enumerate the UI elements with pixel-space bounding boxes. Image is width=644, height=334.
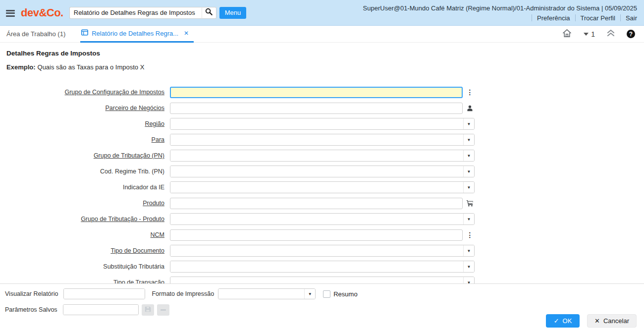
example-text: Quais são as Taxas para o Imposto X	[38, 63, 145, 71]
substituicao-tributaria-label: Substituição Tributária	[6, 263, 170, 270]
print-format-input[interactable]	[218, 289, 304, 299]
product-icon[interactable]	[466, 200, 474, 207]
para-combobox[interactable]: ▼	[170, 134, 475, 146]
collapse-all-icon[interactable]	[607, 29, 615, 39]
kebab-icon[interactable]: ⋮	[466, 89, 474, 96]
dropdown-arrow-icon[interactable]: ▼	[463, 182, 474, 193]
dropdown-arrow-icon[interactable]: ▼	[463, 150, 474, 161]
ok-button[interactable]: ✓ OK	[546, 314, 580, 328]
regiao-input[interactable]	[170, 118, 463, 129]
grupo-de-tributacao-produto-combobox[interactable]: ▼	[170, 213, 475, 225]
view-report-combobox[interactable]: ▼	[63, 288, 145, 299]
grupo-de-configuracao-de-impostos-input[interactable]	[170, 87, 463, 98]
search-input[interactable]	[69, 7, 202, 19]
field-row: Região ▼	[6, 116, 644, 132]
tab-bar: Área de Trabalho (1) Relatório de Detalh…	[0, 26, 644, 43]
parceiro-de-negocios-label: Parceiro de Negócios	[6, 105, 170, 111]
indicador-da-ie-input[interactable]	[170, 182, 463, 193]
dialog-example: Exemplo:Quais são as Taxas para o Impost…	[6, 63, 644, 71]
chevron-down-icon	[584, 33, 589, 36]
parameter-fields: Grupo de Configuração de Impostos ⋮ Parc…	[6, 84, 644, 290]
search-button[interactable]	[202, 7, 216, 19]
tipo-de-documento-combobox[interactable]: ▼	[170, 245, 475, 257]
saved-params-label: Parâmetros Salvos	[5, 306, 57, 313]
tab-workspace[interactable]: Área de Trabalho (1)	[6, 30, 65, 38]
tipo-de-documento-input[interactable]	[170, 245, 463, 256]
save-parameters-button[interactable]	[142, 304, 154, 316]
summary-label: Resumo	[333, 290, 357, 298]
view-report-label: Visualizar Relatório	[5, 290, 58, 297]
field-row: Substituição Tributária ▼	[6, 259, 644, 275]
x-icon: ✕	[594, 317, 600, 325]
dropdown-arrow-icon[interactable]: ▼	[463, 261, 474, 272]
grupo-de-tributacao-pn-input[interactable]	[170, 150, 463, 161]
field-row: Grupo de Tributação - Produto ▼	[6, 211, 644, 227]
regiao-combobox[interactable]: ▼	[170, 118, 475, 130]
dialog-title: Detalhes Regras de Impostos	[6, 50, 644, 57]
menu-button[interactable]: Menu	[219, 7, 247, 19]
indicador-da-ie-label: Indicador da IE	[6, 184, 170, 191]
grupo-de-tributacao-pn-combobox[interactable]: ▼	[170, 150, 475, 162]
dropdown-arrow-icon[interactable]: ▼	[463, 134, 474, 145]
field-control: ▼	[170, 166, 481, 177]
home-icon[interactable]	[562, 29, 572, 40]
field-control: ⋮	[170, 87, 481, 98]
regiao-label: Região	[6, 120, 170, 127]
substituicao-tributaria-combobox[interactable]: ▼	[170, 261, 475, 273]
global-search	[69, 7, 216, 19]
produto-input[interactable]	[170, 198, 463, 209]
grupo-de-configuracao-de-impostos-label: Grupo de Configuração de Impostos	[6, 89, 170, 96]
search-icon	[205, 8, 213, 17]
tab-report-active[interactable]: Relatório de Detalhes Regra... ✕	[80, 26, 194, 43]
indicador-da-ie-combobox[interactable]: ▼	[170, 181, 475, 193]
help-icon[interactable]: ?	[627, 30, 635, 38]
print-format-combobox[interactable]: ▼	[218, 288, 316, 299]
dropdown-arrow-icon[interactable]: ▼	[463, 214, 474, 224]
field-control: ▼	[170, 134, 481, 146]
field-row: Produto	[6, 195, 644, 211]
ncm-input[interactable]	[170, 229, 463, 241]
dropdown-arrow-icon[interactable]: ▼	[304, 289, 315, 299]
delete-parameters-button[interactable]	[157, 304, 169, 316]
dropdown-arrow-icon[interactable]: ▼	[463, 166, 474, 177]
app-logo: dev&Co.	[21, 6, 63, 19]
saved-params-input[interactable]	[63, 305, 139, 315]
cancel-button[interactable]: ✕ Cancelar	[587, 314, 637, 328]
summary-checkbox[interactable]	[323, 290, 330, 298]
para-input[interactable]	[170, 134, 463, 145]
business-partner-icon[interactable]	[466, 105, 474, 111]
saved-params-combobox[interactable]: ▼	[63, 304, 139, 315]
grupo-de-tributacao-produto-label: Grupo de Tributação - Produto	[6, 216, 170, 223]
field-row: Tipo de Documento ▼	[6, 243, 644, 259]
cod-regime-trib-pn-input[interactable]	[170, 166, 463, 177]
preferences-link[interactable]: Preferência	[532, 14, 575, 22]
hamburger-menu-icon[interactable]	[6, 10, 15, 17]
parceiro-de-negocios-input[interactable]	[170, 103, 463, 114]
tab-label: Relatório de Detalhes Regra...	[92, 30, 178, 37]
tab-close-icon[interactable]: ✕	[184, 30, 189, 37]
view-report-input[interactable]	[64, 289, 145, 299]
header-links: Preferência Trocar Perfil Sair	[363, 14, 637, 22]
cod-regime-trib-pn-label: Cod. Regime Trib. (PN)	[6, 168, 170, 175]
field-row: Parceiro de Negócios	[6, 100, 644, 116]
cod-regime-trib-pn-combobox[interactable]: ▼	[170, 166, 475, 177]
kebab-icon[interactable]: ⋮	[466, 231, 474, 238]
field-row: Cod. Regime Trib. (PN) ▼	[6, 164, 644, 179]
substituicao-tributaria-input[interactable]	[170, 261, 463, 272]
grupo-de-tributacao-produto-input[interactable]	[170, 214, 463, 224]
open-windows-selector[interactable]: 1	[584, 30, 595, 38]
field-control	[170, 103, 481, 114]
field-control: ▼	[170, 181, 481, 193]
field-row: Para ▼	[6, 132, 644, 148]
dropdown-arrow-icon[interactable]: ▼	[463, 118, 474, 129]
logout-link[interactable]: Sair	[621, 14, 637, 22]
field-row: Grupo de Configuração de Impostos ⋮	[6, 84, 644, 100]
ncm-label: NCM	[6, 231, 170, 238]
dropdown-arrow-icon[interactable]: ▼	[463, 245, 474, 256]
field-row: Indicador da IE ▼	[6, 179, 644, 195]
field-row: Grupo de Tributação (PN) ▼	[6, 148, 644, 164]
field-control	[170, 198, 481, 209]
change-role-link[interactable]: Trocar Perfil	[576, 14, 620, 22]
field-control: ▼	[170, 213, 481, 225]
field-control: ⋮	[170, 229, 481, 241]
